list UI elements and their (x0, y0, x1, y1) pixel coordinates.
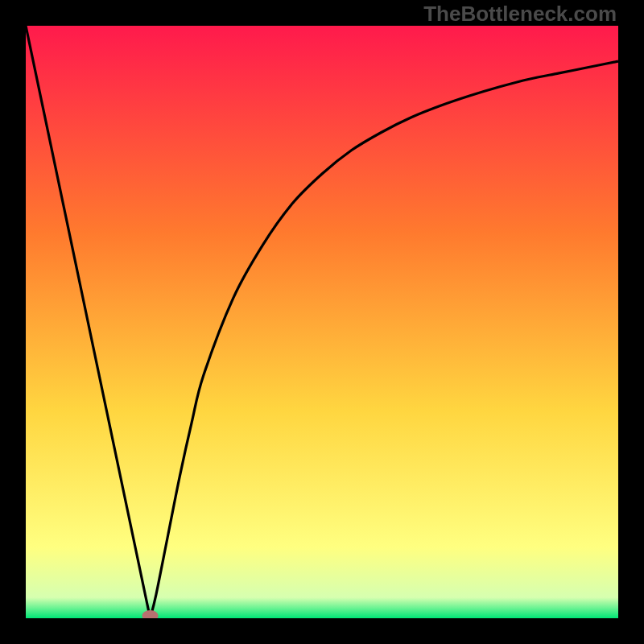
chart-frame: TheBottleneck.com (0, 0, 644, 644)
plot-area (26, 26, 618, 618)
chart-svg (26, 26, 618, 618)
watermark-text: TheBottleneck.com (423, 2, 617, 27)
gradient-background (26, 26, 618, 618)
